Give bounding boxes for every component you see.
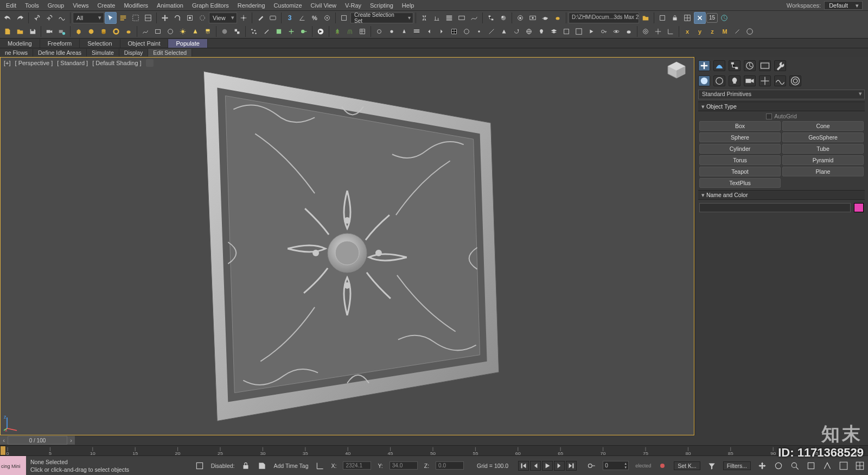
menu-help[interactable]: Help: [398, 1, 418, 10]
align-icon[interactable]: [431, 12, 443, 24]
viewport-perspective[interactable]: [+] [ Perspective ] [ Standard ] [ Defau…: [0, 57, 694, 435]
project-path-field[interactable]: D:\ZHM\Docum...3ds Max 202: [569, 12, 639, 23]
snap-face-icon[interactable]: [498, 26, 510, 37]
redo-icon[interactable]: [14, 12, 26, 24]
add-time-tag[interactable]: Add Time Tag: [273, 463, 308, 469]
tab-display-icon[interactable]: [759, 60, 771, 71]
tab-motion-icon[interactable]: [744, 60, 756, 71]
sub-lights-icon[interactable]: [729, 75, 741, 86]
nav-fov-icon[interactable]: [822, 461, 832, 471]
nav-maximize-icon[interactable]: [855, 461, 865, 471]
snap-vertex-icon[interactable]: [473, 26, 485, 37]
axis-y-icon[interactable]: y: [694, 26, 706, 37]
vray-light-icon[interactable]: [373, 26, 385, 37]
camera-match-icon[interactable]: [56, 26, 68, 37]
ribbon-tab-modeling[interactable]: Modeling: [0, 39, 40, 48]
select-by-name-icon[interactable]: [117, 12, 129, 24]
prim-tube[interactable]: Tube: [782, 144, 864, 154]
current-frame-input[interactable]: [603, 461, 623, 470]
torus-primitive-icon[interactable]: [110, 26, 122, 37]
use-pivot-center-icon[interactable]: [238, 12, 250, 24]
selection-lock-icon[interactable]: [669, 12, 681, 24]
vp-filter-icon[interactable]: [146, 59, 154, 67]
wand-icon[interactable]: [731, 26, 743, 37]
menu-tools[interactable]: Tools: [21, 1, 43, 10]
prim-sphere[interactable]: Sphere: [699, 132, 781, 142]
play-anim-icon[interactable]: [585, 26, 597, 37]
nav-zoom-icon[interactable]: [790, 461, 800, 471]
z-coord-input[interactable]: 0.0: [436, 461, 464, 470]
render-setup-icon[interactable]: [514, 12, 526, 24]
schematic-view-icon[interactable]: [485, 12, 497, 24]
frame-zero-marker[interactable]: [0, 446, 6, 455]
time-tag-icon[interactable]: [257, 461, 267, 471]
viewport-canvas[interactable]: [1, 58, 694, 435]
prim-pyramid[interactable]: Pyramid: [782, 155, 864, 165]
ribbon-sub-idleareas[interactable]: Define Idle Areas: [33, 49, 87, 56]
named-sel-sets-icon[interactable]: [338, 12, 350, 24]
material-sphere-icon[interactable]: [219, 26, 231, 37]
vp-render[interactable]: [ Standard ]: [57, 60, 88, 66]
isolate-selection-icon[interactable]: [656, 12, 668, 24]
menu-modifiers[interactable]: Modifiers: [120, 1, 152, 10]
prim-cone[interactable]: Cone: [782, 121, 864, 131]
snap-edge-icon[interactable]: [486, 26, 497, 37]
x-coord-input[interactable]: 2324.1: [343, 461, 371, 470]
prim-geosphere[interactable]: GeoSphere: [782, 132, 864, 142]
angle-snap-icon[interactable]: [296, 12, 308, 24]
goto-start-icon[interactable]: [518, 461, 529, 471]
menu-animation[interactable]: Animation: [153, 1, 187, 10]
particle-icon[interactable]: [248, 26, 260, 37]
helper-dummy-icon[interactable]: [273, 26, 285, 37]
autokey-icon[interactable]: [658, 461, 667, 471]
menu-views[interactable]: Views: [69, 1, 92, 10]
eye-icon[interactable]: [610, 26, 622, 37]
sphere-primitive-icon[interactable]: [85, 26, 97, 37]
ribbon-tab-populate[interactable]: Populate: [168, 39, 207, 48]
save-file-icon[interactable]: [27, 26, 39, 37]
ribbon-tab-objectpaint[interactable]: Object Paint: [120, 39, 169, 48]
open-project-folder-icon[interactable]: [640, 12, 652, 24]
prim-box[interactable]: Box: [699, 121, 781, 131]
vp-plus[interactable]: [+]: [4, 60, 11, 66]
arrow-right-icon[interactable]: [436, 26, 448, 37]
snap-grid-icon[interactable]: [461, 26, 473, 37]
rotate-icon[interactable]: [171, 12, 183, 24]
menu-civil-view[interactable]: Civil View: [307, 1, 340, 10]
camera-create-icon[interactable]: [43, 26, 55, 37]
tab-modify-icon[interactable]: [713, 60, 725, 71]
toggle-ribbon-icon[interactable]: [456, 12, 468, 24]
menu-vray[interactable]: V-Ray: [341, 1, 365, 10]
layer-explorer-icon[interactable]: [443, 12, 455, 24]
prim-teapot[interactable]: Teapot: [699, 167, 781, 176]
create-selection-set-dropdown[interactable]: Create Selection Set: [350, 12, 413, 23]
menu-create[interactable]: Create: [93, 1, 119, 10]
scale-icon[interactable]: [184, 12, 196, 24]
helper-tape-icon[interactable]: [298, 26, 310, 37]
percent-snap-icon[interactable]: %: [309, 12, 321, 24]
track-bar[interactable]: 0510152025303540455055606570758085909510…: [0, 445, 868, 456]
axis-toggle-icon[interactable]: [665, 26, 676, 37]
rectangle-shape-icon[interactable]: [152, 26, 164, 37]
target-icon[interactable]: [640, 26, 652, 37]
refresh-icon[interactable]: [510, 26, 522, 37]
ribbon-sub-simulate[interactable]: Simulate: [87, 49, 119, 56]
sub-geometry-icon[interactable]: [698, 75, 710, 86]
prev-frame-icon[interactable]: [530, 461, 541, 471]
time-slider[interactable]: ‹ 0 / 100 ›: [0, 435, 694, 445]
clock-icon[interactable]: [718, 12, 730, 24]
tab-hierarchy-icon[interactable]: [729, 60, 741, 71]
teapot-primitive-icon[interactable]: [123, 26, 135, 37]
open-file-icon[interactable]: [14, 26, 26, 37]
snap-toggle-icon[interactable]: 3: [284, 12, 296, 24]
viewcube-icon[interactable]: [666, 61, 687, 79]
next-frame-icon[interactable]: [554, 461, 565, 471]
vp-view[interactable]: [ Perspective ]: [15, 60, 53, 66]
toggle-x-icon[interactable]: [694, 12, 706, 24]
sub-cameras-icon[interactable]: [744, 75, 756, 86]
window-crossing-icon[interactable]: [142, 12, 154, 24]
prim-torus[interactable]: Torus: [699, 155, 781, 165]
vp-shading[interactable]: [ Default Shading ]: [92, 60, 142, 66]
time-slider-thumb[interactable]: 0 / 100: [8, 436, 67, 445]
sub-systems-icon[interactable]: [789, 75, 801, 86]
